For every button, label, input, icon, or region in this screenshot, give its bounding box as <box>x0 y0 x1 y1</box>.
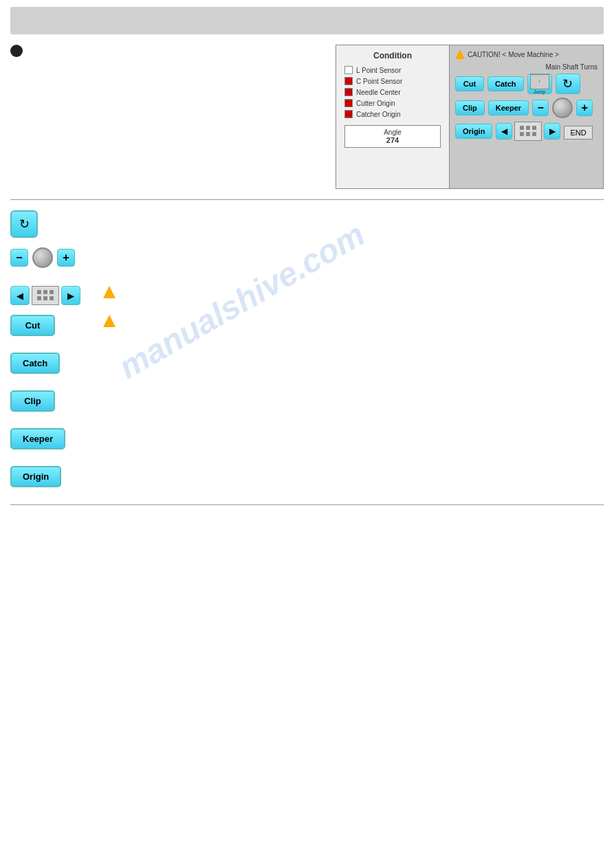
condition-title: Condition <box>344 51 441 60</box>
svg-rect-11 <box>50 296 54 300</box>
cut-btn-col: Cut <box>10 315 93 343</box>
plus-btn-panel[interactable]: + <box>576 100 593 116</box>
sensor-c-indicator <box>344 77 353 85</box>
minus-button[interactable]: − <box>10 249 28 267</box>
ui-panel: Condition L Point Sensor C Point Sensor … <box>336 45 604 189</box>
caution-triangle-icon <box>455 49 465 59</box>
catch-btn-col: Catch <box>10 353 93 381</box>
condition-panel: Condition L Point Sensor C Point Sensor … <box>336 45 450 188</box>
cut-warn-triangle <box>103 315 116 327</box>
rotate-icon-btn-panel[interactable]: ↻ <box>556 74 580 94</box>
origin-button[interactable]: Origin <box>10 466 61 487</box>
caution-text: CAUTION! < Move Machine > <box>468 51 559 58</box>
sensor-l-point: L Point Sensor <box>344 66 441 74</box>
middle-section: ↻ − + ◀ <box>10 210 604 494</box>
top-left-area <box>10 45 329 189</box>
keeper-row: Keeper <box>10 428 604 456</box>
cut-button-panel[interactable]: Cut <box>455 76 484 91</box>
sensor-cutter: Cutter Origin <box>344 99 441 107</box>
nav-desc <box>103 286 604 298</box>
end-button-panel[interactable]: END <box>564 126 592 140</box>
svg-rect-5 <box>532 132 536 136</box>
angle-value: 274 <box>345 136 440 144</box>
sensor-needle-label: Needle Center <box>356 89 400 96</box>
svg-rect-10 <box>43 296 47 300</box>
jump-label: Jump <box>534 89 545 94</box>
svg-rect-4 <box>526 132 530 136</box>
sensor-catcher: Catcher Origin <box>344 110 441 118</box>
sensor-needle: Needle Center <box>344 88 441 96</box>
jump-icon-btn[interactable]: ↑ Jump <box>527 74 552 94</box>
dial-btn-col: − + <box>10 247 93 276</box>
header-bar <box>10 7 604 34</box>
catch-button-panel[interactable]: Catch <box>487 76 524 91</box>
bottom-divider <box>10 504 604 505</box>
svg-rect-2 <box>532 126 536 130</box>
rotate-row: ↻ <box>10 210 604 238</box>
bullet-point <box>10 45 23 57</box>
nav-left-button[interactable]: ◀ <box>10 286 30 305</box>
plus-button[interactable]: + <box>57 249 75 267</box>
nav-right-btn-panel[interactable]: ▶ <box>544 123 560 140</box>
sensor-catcher-indicator <box>344 110 353 118</box>
sensor-c-point: C Point Sensor <box>344 77 441 85</box>
rotate-icon-btn[interactable]: ↻ <box>10 210 38 238</box>
dial-control <box>32 247 53 268</box>
top-btn-row: Cut Catch ↑ Jump ↻ <box>455 74 597 94</box>
bottom-btn-row: Origin ◀ ▶ END <box>455 122 597 141</box>
nav-left-btn-panel[interactable]: ◀ <box>496 123 512 140</box>
sensor-c-label: C Point Sensor <box>356 78 402 85</box>
svg-rect-8 <box>50 290 54 294</box>
cut-row: Cut <box>10 315 604 343</box>
keeper-button-panel[interactable]: Keeper <box>488 100 529 115</box>
caution-bar: CAUTION! < Move Machine > <box>455 49 597 59</box>
dial-icon <box>552 98 573 118</box>
mid-btn-row: Clip Keeper − + <box>455 98 597 118</box>
cut-desc <box>103 315 604 327</box>
grid-icon-main <box>36 289 55 302</box>
nav-warn-triangle <box>103 286 116 298</box>
clip-button[interactable]: Clip <box>10 390 55 412</box>
svg-rect-6 <box>37 290 41 294</box>
main-shaft-label: Main Shaft Turns <box>455 63 597 71</box>
nav-right-button[interactable]: ▶ <box>61 286 80 305</box>
nav-center-panel <box>514 122 542 141</box>
clip-button-panel[interactable]: Clip <box>455 100 485 115</box>
clip-btn-col: Clip <box>10 390 93 419</box>
top-section: Condition L Point Sensor C Point Sensor … <box>10 45 604 189</box>
sensor-cutter-indicator <box>344 99 353 107</box>
origin-btn-col: Origin <box>10 466 93 494</box>
rotate-btn-col: ↻ <box>10 210 93 238</box>
angle-label: Angle <box>345 129 440 136</box>
angle-box: Angle 274 <box>344 125 441 148</box>
nav-row: ◀ ▶ <box>10 286 604 305</box>
nav-group-panel: ◀ ▶ <box>496 122 560 141</box>
nav-group-main: ◀ ▶ <box>10 286 93 305</box>
svg-rect-9 <box>37 296 41 300</box>
jump-image: ↑ <box>530 74 549 89</box>
sensor-needle-indicator <box>344 88 353 96</box>
svg-rect-1 <box>526 126 530 130</box>
origin-row: Origin <box>10 466 604 494</box>
svg-rect-0 <box>520 126 524 130</box>
dial-icon-row: − + <box>10 247 93 268</box>
nav-center-main <box>32 286 59 305</box>
origin-button-panel[interactable]: Origin <box>455 124 492 139</box>
catch-button[interactable]: Catch <box>10 353 60 374</box>
sensor-l-label: L Point Sensor <box>356 67 401 74</box>
dial-row: − + <box>10 247 604 276</box>
jump-icon: ↑ Jump <box>530 74 549 94</box>
svg-rect-7 <box>43 290 47 294</box>
keeper-btn-col: Keeper <box>10 428 93 456</box>
catch-row: Catch <box>10 353 604 381</box>
nav-btn-col: ◀ ▶ <box>10 286 93 305</box>
clip-row: Clip <box>10 390 604 419</box>
cut-button[interactable]: Cut <box>10 315 55 336</box>
grid-icon <box>518 124 538 138</box>
sensor-catcher-label: Catcher Origin <box>356 111 400 118</box>
keeper-button[interactable]: Keeper <box>10 428 65 449</box>
sensor-l-indicator <box>344 66 353 74</box>
top-divider <box>10 199 604 200</box>
svg-rect-3 <box>520 132 524 136</box>
minus-btn-panel[interactable]: − <box>532 100 549 116</box>
